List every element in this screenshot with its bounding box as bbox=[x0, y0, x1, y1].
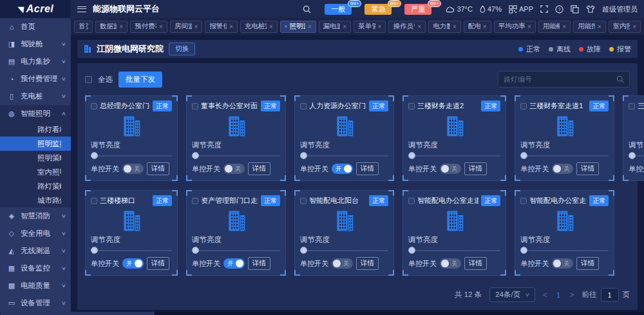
tab[interactable]: 用能报表 × bbox=[573, 21, 605, 33]
brightness-slider[interactable] bbox=[192, 247, 280, 253]
detail-button[interactable]: 详情 bbox=[356, 257, 379, 270]
tab-close-icon[interactable]: × bbox=[159, 23, 163, 30]
card-checkbox[interactable] bbox=[520, 103, 527, 110]
tab-close-icon[interactable]: × bbox=[453, 23, 457, 30]
detail-button[interactable]: 详情 bbox=[248, 257, 270, 270]
light-switch-toggle[interactable]: 开 bbox=[223, 258, 245, 269]
card-checkbox[interactable] bbox=[300, 103, 307, 110]
brightness-slider[interactable] bbox=[300, 152, 388, 158]
slider-handle[interactable] bbox=[629, 152, 636, 159]
tab-close-icon[interactable]: × bbox=[194, 23, 198, 30]
slider-handle[interactable] bbox=[91, 152, 98, 159]
card-checkbox[interactable] bbox=[408, 103, 415, 110]
sidebar-item[interactable]: ▭ 设备管理 ∨ bbox=[0, 294, 71, 312]
slider-handle[interactable] bbox=[91, 247, 98, 254]
fullscreen-icon[interactable] bbox=[540, 5, 548, 13]
light-switch-toggle[interactable]: 关 bbox=[552, 258, 573, 269]
sidebar-item[interactable]: ▦ 设备监控 ∨ bbox=[0, 260, 71, 277]
slider-handle[interactable] bbox=[408, 247, 415, 254]
brightness-slider[interactable] bbox=[91, 152, 172, 158]
multi-window-icon[interactable] bbox=[571, 5, 579, 14]
page-size-select[interactable]: 24条/页 ∨ bbox=[489, 287, 535, 302]
light-switch-toggle[interactable]: 关 bbox=[440, 258, 461, 269]
sidebar-item[interactable]: ▩ 电能质量 ∨ bbox=[0, 277, 71, 294]
tab[interactable]: 漏电监测 × bbox=[319, 21, 351, 33]
next-page-button[interactable]: > bbox=[569, 291, 574, 300]
sidebar-item[interactable]: 城市路灯 bbox=[0, 193, 71, 207]
sidebar-item[interactable]: ⌂ 首页 bbox=[0, 18, 71, 35]
brightness-slider[interactable] bbox=[629, 152, 644, 158]
sidebar-item[interactable]: 室内照明 bbox=[0, 165, 71, 179]
light-switch-toggle[interactable]: 关 bbox=[122, 164, 144, 174]
tab[interactable]: 电力数据 × bbox=[428, 21, 460, 33]
card-checkbox[interactable] bbox=[300, 198, 307, 204]
tab[interactable]: 菜单管理 × bbox=[354, 21, 386, 33]
help-icon[interactable]: ? bbox=[555, 5, 564, 14]
tab-close-icon[interactable]: × bbox=[119, 23, 123, 30]
light-switch-toggle[interactable]: 关 bbox=[552, 164, 573, 174]
card-checkbox[interactable] bbox=[192, 198, 198, 204]
detail-button[interactable]: 详情 bbox=[147, 162, 169, 175]
alarm-badge[interactable]: 一般 99+ bbox=[325, 4, 352, 15]
sidebar-item[interactable]: ◔ 预付费管理 ∨ bbox=[0, 70, 71, 88]
tab[interactable]: 房间监控 × bbox=[170, 21, 202, 33]
tab[interactable]: 首页 × bbox=[74, 21, 93, 33]
sidebar-item[interactable]: ◍ 智能照明 ∧ bbox=[0, 105, 71, 122]
tab-close-icon[interactable]: × bbox=[343, 23, 346, 30]
light-switch-toggle[interactable]: 关 bbox=[223, 164, 245, 174]
brightness-slider[interactable] bbox=[520, 152, 609, 158]
light-switch-toggle[interactable]: 关 bbox=[440, 164, 461, 174]
tab[interactable]: 数据监控 × bbox=[95, 21, 128, 33]
detail-button[interactable]: 详情 bbox=[147, 257, 169, 270]
brightness-slider[interactable] bbox=[408, 152, 500, 158]
tab-close-icon[interactable]: × bbox=[632, 23, 636, 30]
tab-close-icon[interactable]: × bbox=[598, 23, 601, 30]
alarm-badge[interactable]: 紧急 99+ bbox=[365, 4, 392, 15]
tab[interactable]: 报警信息 × bbox=[205, 21, 237, 33]
sidebar-item[interactable]: ◨ 驾驶舱 ∨ bbox=[0, 35, 71, 53]
sidebar-item[interactable]: 照明监控 bbox=[0, 137, 71, 151]
tab[interactable]: 充电桩监控 × bbox=[240, 21, 278, 33]
brightness-slider[interactable] bbox=[520, 247, 609, 253]
horizontal-scrollbar[interactable] bbox=[0, 312, 644, 315]
detail-button[interactable]: 详情 bbox=[356, 162, 379, 175]
sidebar-item[interactable]: 照明策略 bbox=[0, 151, 71, 165]
light-switch-toggle[interactable]: 开 bbox=[332, 164, 353, 174]
light-switch-toggle[interactable]: 关 bbox=[332, 258, 353, 269]
menu-collapse-icon[interactable] bbox=[77, 6, 86, 12]
detail-button[interactable]: 详情 bbox=[248, 162, 270, 175]
tab[interactable]: 照明监控 × bbox=[280, 21, 316, 33]
sidebar-item[interactable]: ▯ 充电桩 ∨ bbox=[0, 88, 71, 105]
card-checkbox[interactable] bbox=[408, 198, 415, 204]
tab-close-icon[interactable]: × bbox=[269, 23, 273, 30]
slider-handle[interactable] bbox=[300, 152, 307, 159]
brightness-slider[interactable] bbox=[300, 247, 388, 253]
app-download-button[interactable]: APP bbox=[509, 5, 533, 14]
tab-close-icon[interactable]: × bbox=[308, 23, 312, 30]
theme-skin-icon[interactable] bbox=[586, 5, 595, 13]
card-checkbox[interactable] bbox=[520, 198, 527, 204]
brightness-slider[interactable] bbox=[192, 152, 280, 158]
sidebar-item[interactable]: 路灯策略 bbox=[0, 179, 71, 193]
tab-close-icon[interactable]: × bbox=[483, 23, 487, 30]
slider-handle[interactable] bbox=[300, 247, 307, 254]
tab[interactable]: 配电图 × bbox=[464, 21, 491, 33]
sidebar-item[interactable]: 路灯看板 bbox=[0, 122, 71, 137]
tab-close-icon[interactable]: × bbox=[562, 23, 566, 30]
scrollbar-thumb[interactable] bbox=[0, 312, 155, 315]
search-icon[interactable] bbox=[616, 75, 624, 83]
tab-close-icon[interactable]: × bbox=[417, 23, 421, 30]
card-checkbox[interactable] bbox=[91, 103, 97, 110]
tab[interactable]: 平均功率因数 × bbox=[494, 21, 536, 33]
search-icon[interactable] bbox=[303, 5, 311, 14]
slider-handle[interactable] bbox=[192, 247, 199, 254]
sidebar-item[interactable]: ◈ 智慧消防 ∨ bbox=[0, 207, 71, 225]
batch-dispatch-button[interactable]: 批量下发 bbox=[118, 72, 162, 88]
tab-close-icon[interactable]: × bbox=[378, 23, 382, 30]
slider-handle[interactable] bbox=[408, 152, 415, 159]
prev-page-button[interactable]: < bbox=[543, 291, 547, 300]
sidebar-item[interactable]: ▤ 电力集抄 ∨ bbox=[0, 53, 71, 70]
detail-button[interactable]: 详情 bbox=[576, 257, 599, 270]
switch-station-button[interactable]: 切换 bbox=[169, 43, 195, 55]
username[interactable]: 超级管理员 bbox=[602, 5, 638, 14]
